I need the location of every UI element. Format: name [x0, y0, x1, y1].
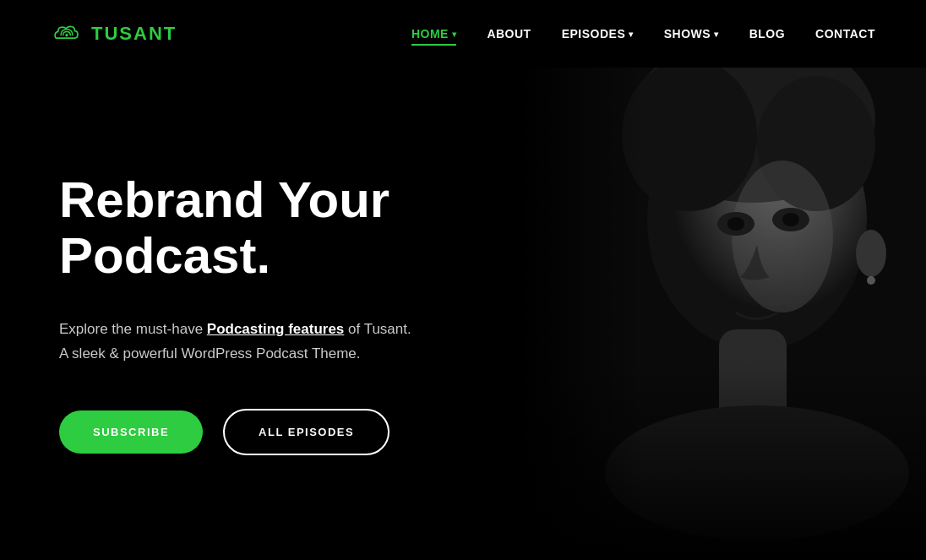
nav-item-blog[interactable]: BLOG — [749, 27, 785, 41]
nav-item-contact[interactable]: CONTACT — [815, 27, 875, 41]
svg-point-1 — [65, 34, 68, 36]
nav-item-shows[interactable]: SHOWS ▾ — [664, 27, 719, 41]
svg-rect-17 — [520, 68, 926, 560]
hero-description: Explore the must-have Podcasting feature… — [59, 318, 524, 367]
chevron-down-icon: ▾ — [714, 30, 719, 39]
hero-section: Rebrand Your Podcast. Explore the must-h… — [0, 68, 926, 560]
chevron-down-icon: ▾ — [452, 30, 457, 39]
nav-item-episodes[interactable]: EPISODES ▾ — [562, 27, 634, 41]
logo-text: TUSANT — [91, 23, 177, 45]
podcast-cloud-icon — [51, 18, 83, 50]
nav-item-home[interactable]: HOME ▾ — [411, 27, 457, 41]
subscribe-button[interactable]: SUBSCRIBE — [59, 410, 203, 454]
podcasting-features-link[interactable]: Podcasting features — [207, 321, 345, 337]
header: TUSANT HOME ▾ ABOUT EPISODES ▾ SHOWS ▾ B… — [0, 0, 926, 68]
all-episodes-button[interactable]: ALL EPISODES — [223, 409, 389, 455]
hero-portrait — [520, 68, 926, 560]
portrait-svg — [520, 68, 926, 560]
chevron-down-icon: ▾ — [629, 30, 634, 39]
hero-title: Rebrand Your Podcast. — [59, 172, 524, 284]
nav-item-about[interactable]: ABOUT — [487, 27, 531, 41]
logo[interactable]: TUSANT — [51, 18, 177, 50]
hero-buttons: SUBSCRIBE ALL EPISODES — [59, 409, 524, 455]
main-nav: HOME ▾ ABOUT EPISODES ▾ SHOWS ▾ BLOG CON… — [411, 27, 875, 41]
hero-content: Rebrand Your Podcast. Explore the must-h… — [0, 172, 524, 455]
